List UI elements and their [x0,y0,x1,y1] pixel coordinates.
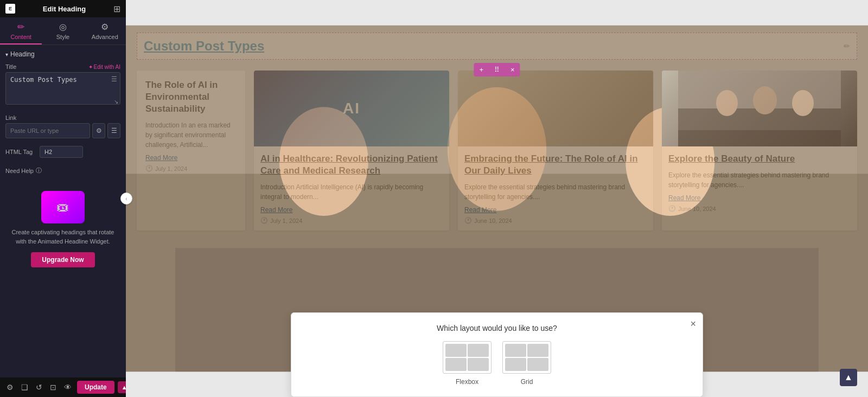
update-button[interactable]: Update [77,381,114,394]
need-help-text: Need Help [5,168,34,174]
link-list-icon-btn[interactable]: ☰ [107,123,120,138]
title-textarea-wrapper: Custom Post Types ☰ ↘ [5,72,120,107]
grid-thumbnail [502,341,551,374]
upgrade-now-button[interactable]: Upgrade Now [31,252,94,267]
thumb-cell-6 [527,344,548,357]
svg-point-9 [753,86,777,114]
promo-text: Create captivating headings that rotate … [11,228,115,246]
thumb-cell-2 [468,344,489,357]
resize-handle-icon[interactable]: ↘ [114,99,118,105]
textarea-lines-icon: ☰ [111,75,117,83]
svg-point-8 [716,90,738,116]
collapse-arrow-icon[interactable]: ▾ [5,52,8,57]
card-4-image [662,71,857,146]
tab-style[interactable]: ◎ Style [42,17,84,44]
panel-title: Edit Heading [43,5,86,13]
style-tab-label: Style [56,34,69,40]
edit-with-ai-btn[interactable]: ✦ Edit with AI [88,64,120,70]
modal-question: Which layout would you like to use? [302,324,692,332]
main-area: + ⠿ × Custom Post Types ✏ The Role of AI… [126,0,868,397]
layout-options: Flexbox Grid [302,341,692,386]
flexbox-label: Flexbox [456,378,478,386]
link-input[interactable] [5,123,90,138]
settings-icon[interactable]: ⚙ [4,381,16,394]
thumb-cell-5 [505,344,526,357]
title-textarea[interactable]: Custom Post Types [5,72,120,105]
toolbar-close-button[interactable]: × [505,63,520,76]
advanced-tab-icon: ⚙ [101,22,108,32]
help-circle-icon: ⓘ [36,167,42,175]
grid-label: Grid [521,378,533,386]
thumb-cell-8 [527,358,548,371]
toolbar-move-button[interactable]: ⠿ [489,63,505,76]
link-field-label: Link [5,114,120,121]
style-tab-icon: ◎ [59,22,67,32]
preview-icon[interactable]: 👁 [62,381,74,394]
history-icon[interactable]: ↺ [34,381,44,394]
link-input-row: ⚙ ☰ [5,123,120,138]
edit-ai-label: Edit with AI [94,64,120,70]
layout-modal: × Which layout would you like to use? Fl… [291,312,703,397]
thumb-cell-3 [445,358,467,371]
toolbar-add-button[interactable]: + [474,63,489,76]
svg-rect-11 [678,130,841,146]
card-3-image [458,71,653,146]
html-tag-row: HTML Tag H2 H1 H3 div [5,146,120,158]
title-label-text: Title [5,63,16,70]
promo-image: 🎟 [41,191,85,223]
advanced-tab-label: Advanced [92,34,118,40]
html-tag-label: HTML Tag [5,149,35,155]
content-wrapper: + ⠿ × Custom Post Types ✏ The Role of AI… [126,0,868,252]
layout-option-flexbox[interactable]: Flexbox [443,341,492,386]
need-help[interactable]: Need Help ⓘ [5,167,120,175]
section-heading: ▾ Heading [5,50,120,58]
link-settings-icon-btn[interactable]: ⚙ [92,123,105,138]
thumb-cell-4 [468,358,489,371]
tab-advanced[interactable]: ⚙ Advanced [84,17,126,44]
title-field-label: Title ✦ Edit with AI [5,63,120,70]
flexbox-thumbnail [443,341,492,374]
promo-section: 🎟 Create captivating headings that rotat… [5,185,120,273]
grid-icon[interactable]: ⊞ [113,4,120,14]
modal-close-button[interactable]: × [690,318,696,330]
panel-body: ▾ Heading Title ✦ Edit with AI Custom Po… [0,45,126,377]
logo-icon: E [5,4,15,14]
tab-content[interactable]: ✏ Content [0,17,42,44]
card-3: Embracing the Future: The Role of AI in … [458,71,653,230]
ai-icon: ✦ [88,64,93,70]
layers-icon[interactable]: ❑ [19,381,30,394]
collapse-panel-handle[interactable]: ‹ [120,193,132,204]
content-tab-icon: ✏ [17,22,24,32]
thumb-cell-7 [505,358,526,371]
widget-toolbar: + ⠿ × [474,63,520,76]
content-tab-label: Content [10,34,31,40]
scroll-to-top-button[interactable]: ▲ [840,369,857,386]
panel-tabs: ✏ Content ◎ Style ⚙ Advanced [0,17,126,45]
section-label: Heading [10,50,35,58]
layout-option-grid[interactable]: Grid [502,341,551,386]
thumb-cell-1 [445,344,467,357]
templates-icon[interactable]: ⊡ [48,381,59,394]
top-bar: E Edit Heading ⊞ [0,0,126,17]
left-panel: E Edit Heading ⊞ ✏ Content ◎ Style ⚙ Adv… [0,0,126,397]
html-tag-select[interactable]: H2 H1 H3 div [40,146,83,158]
svg-point-10 [792,90,814,116]
panel-bottom-bar: ⚙ ❑ ↺ ⊡ 👁 Update ▲ [0,377,126,397]
cards-grid: The Role of AI in Environmental Sustaina… [137,71,857,230]
